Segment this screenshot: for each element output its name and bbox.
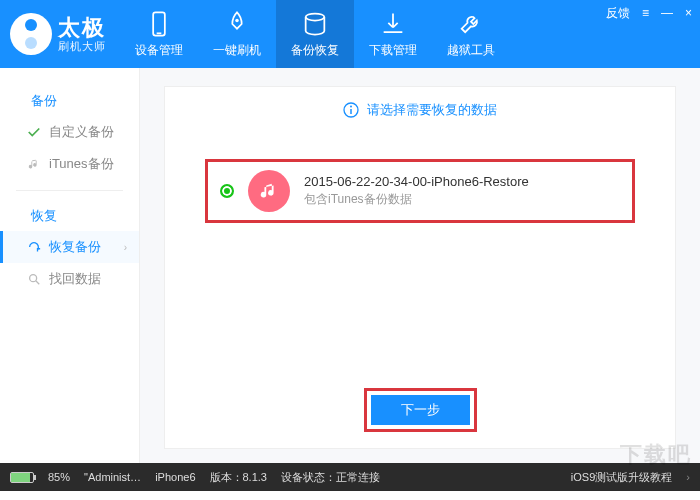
tab-backup-restore[interactable]: 备份恢复 (276, 0, 354, 68)
window-controls: 反馈 ≡ — × (606, 0, 700, 68)
music-note-icon (27, 157, 41, 171)
menu-button[interactable]: ≡ (642, 6, 649, 20)
chevron-right-icon: › (686, 471, 690, 483)
sidebar: 备份 自定义备份 iTunes备份 恢复 恢复备份 › 找回数据 (0, 68, 140, 463)
svg-point-2 (235, 18, 239, 22)
battery-percent: 85% (48, 471, 70, 483)
sidebar-group-backup: 备份 (0, 86, 139, 116)
sidebar-item-itunes-backup[interactable]: iTunes备份 (0, 148, 139, 180)
backup-item[interactable]: 2015-06-22-20-34-00-iPhone6-Restore 包含iT… (205, 159, 635, 223)
sidebar-item-custom-backup[interactable]: 自定义备份 (0, 116, 139, 148)
sidebar-separator (16, 190, 123, 191)
close-button[interactable]: × (685, 6, 692, 20)
phone-icon (145, 10, 173, 38)
status-version: 版本：8.1.3 (210, 470, 267, 485)
check-icon (27, 125, 41, 139)
radio-selected-icon[interactable] (220, 184, 234, 198)
svg-line-5 (36, 281, 40, 285)
highlight-box: 下一步 (364, 388, 477, 432)
app-header: 太极 刷机大师 设备管理 一键刷机 备份恢复 下载管理 越狱工具 反馈 ≡ — … (0, 0, 700, 68)
tab-label: 设备管理 (135, 42, 183, 59)
svg-point-3 (306, 13, 325, 20)
next-button-area: 下一步 (165, 388, 675, 432)
brand-subtitle: 刷机大师 (58, 40, 106, 52)
brand-name: 太极 (58, 16, 106, 40)
svg-point-8 (350, 106, 352, 108)
sidebar-item-label: 找回数据 (49, 270, 101, 288)
tab-downloads[interactable]: 下载管理 (354, 0, 432, 68)
feedback-link[interactable]: 反馈 (606, 6, 630, 20)
info-message: 请选择需要恢复的数据 (165, 87, 675, 129)
tab-label: 一键刷机 (213, 42, 261, 59)
logo-icon (10, 13, 52, 55)
sidebar-item-restore-backup[interactable]: 恢复备份 › (0, 231, 139, 263)
tab-label: 越狱工具 (447, 42, 495, 59)
download-icon (379, 10, 407, 38)
status-bar: 85% "Administ… iPhone6 版本：8.1.3 设备状态：正常连… (0, 463, 700, 491)
chevron-right-icon: › (124, 242, 127, 253)
next-button[interactable]: 下一步 (371, 395, 470, 425)
status-device: iPhone6 (155, 471, 195, 483)
itunes-badge-icon (248, 170, 290, 212)
battery-icon (10, 472, 34, 483)
restore-panel: 请选择需要恢复的数据 2015-06-22-20-34-00-iPhone6-R… (164, 86, 676, 449)
search-data-icon (27, 272, 41, 286)
tab-device-manage[interactable]: 设备管理 (120, 0, 198, 68)
tab-jailbreak[interactable]: 越狱工具 (432, 0, 510, 68)
status-user: "Administ… (84, 471, 141, 483)
disc-icon (301, 10, 329, 38)
sidebar-item-label: 恢复备份 (49, 238, 101, 256)
sidebar-group-restore: 恢复 (0, 201, 139, 231)
sidebar-item-label: 自定义备份 (49, 123, 114, 141)
sidebar-item-recover-data[interactable]: 找回数据 (0, 263, 139, 295)
content-area: 请选择需要恢复的数据 2015-06-22-20-34-00-iPhone6-R… (140, 68, 700, 463)
main-tabs: 设备管理 一键刷机 备份恢复 下载管理 越狱工具 (120, 0, 510, 68)
minimize-button[interactable]: — (661, 6, 673, 20)
refresh-icon (27, 240, 41, 254)
svg-point-4 (30, 275, 37, 282)
wrench-icon (457, 10, 485, 38)
tab-label: 下载管理 (369, 42, 417, 59)
svg-rect-0 (153, 12, 165, 35)
tab-label: 备份恢复 (291, 42, 339, 59)
tab-flash[interactable]: 一键刷机 (198, 0, 276, 68)
rocket-icon (223, 10, 251, 38)
backup-title: 2015-06-22-20-34-00-iPhone6-Restore (304, 174, 529, 189)
status-connection: 设备状态：正常连接 (281, 470, 380, 485)
main-area: 备份 自定义备份 iTunes备份 恢复 恢复备份 › 找回数据 (0, 68, 700, 463)
backup-text: 2015-06-22-20-34-00-iPhone6-Restore 包含iT… (304, 174, 529, 208)
app-logo: 太极 刷机大师 (0, 0, 120, 68)
backup-subtitle: 包含iTunes备份数据 (304, 191, 529, 208)
sidebar-item-label: iTunes备份 (49, 155, 114, 173)
status-promo-link[interactable]: iOS9测试版升级教程 (571, 470, 672, 485)
info-text: 请选择需要恢复的数据 (367, 101, 497, 119)
info-icon (343, 102, 359, 118)
